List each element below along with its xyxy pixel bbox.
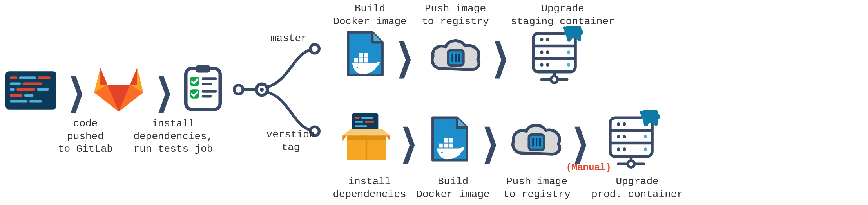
server-rancher-icon bbox=[607, 110, 661, 169]
pipeline-diagram: ❯ ❯ code pushed to GitLab install depend… bbox=[0, 0, 868, 205]
label-top-push-registry: Push image to registry bbox=[416, 2, 495, 28]
package-code-icon bbox=[341, 113, 392, 164]
chevron-icon: ❯ bbox=[400, 121, 417, 163]
label-top-build-docker: Build Docker image bbox=[331, 2, 409, 28]
cloud-container-icon bbox=[428, 35, 483, 74]
label-bot-install-deps: install dependencies bbox=[328, 175, 411, 201]
label-top-upgrade-staging: Upgrade staging container bbox=[508, 2, 618, 28]
label-bot-push-registry: Push image to registry bbox=[498, 175, 576, 201]
server-rancher-icon bbox=[530, 26, 585, 85]
label-branch-master: master bbox=[270, 32, 313, 45]
label-branch-tag: verstion tag bbox=[263, 128, 318, 154]
label-bot-build-docker: Build Docker image bbox=[414, 175, 492, 201]
clipboard-check-icon bbox=[184, 65, 222, 111]
label-bot-upgrade-prod: Upgrade prod. container bbox=[586, 175, 688, 201]
cloud-container-icon bbox=[509, 120, 564, 159]
docker-file-icon bbox=[431, 116, 469, 162]
chevron-icon: ❯ bbox=[68, 70, 85, 112]
label-install-tests: install dependencies, run tests job bbox=[130, 117, 216, 156]
code-editor-icon bbox=[5, 71, 56, 110]
chevron-icon: ❯ bbox=[397, 36, 413, 78]
gitlab-icon bbox=[92, 63, 145, 112]
label-code-pushed: code pushed to GitLab bbox=[54, 117, 117, 156]
git-branch-icon bbox=[233, 38, 321, 142]
chevron-icon: ❯ bbox=[156, 70, 172, 112]
chevron-icon: ❯ bbox=[572, 121, 589, 163]
chevron-icon: ❯ bbox=[492, 36, 509, 78]
docker-file-icon bbox=[346, 31, 384, 77]
chevron-icon: ❯ bbox=[482, 121, 498, 163]
